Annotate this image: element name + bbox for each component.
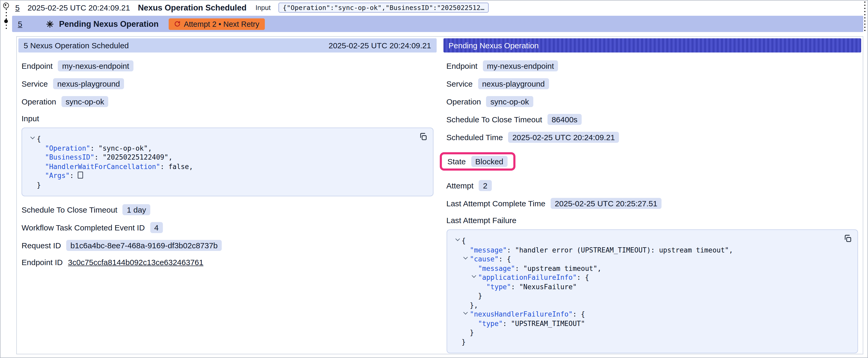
pending-operation-row[interactable]: 5 Pending Nexus Operation Attempt 2 • Ne… [12,16,863,32]
field-label: Endpoint ID [22,258,63,267]
field-label: State [447,157,466,166]
highlight-annotation-state: State Blocked [439,152,516,171]
collapse-chevron-icon[interactable] [454,242,462,243]
field-value-badge: sync-op-ok [61,96,108,107]
field-row: Operation sync-op-ok [446,96,858,107]
copy-icon[interactable] [843,234,852,243]
field-label: Service [22,79,48,88]
field-label: Operation [446,97,481,106]
collapse-chevron-icon [462,306,470,307]
field-value-badge: 2 [479,180,492,191]
json-line: "Args": [29,171,425,180]
empty-array-icon [78,172,83,178]
left-panel-timestamp: 2025-02-25 UTC 20:24:09.21 [329,41,431,50]
collapse-chevron-icon [37,149,45,151]
field-value-badge: my-nexus-endpoint [483,60,558,71]
field-row: Service nexus-playground [446,78,858,89]
field-row: Scheduled Time 2025-02-25 UTC 20:24:09.2… [446,132,858,143]
copy-icon[interactable] [418,132,428,141]
json-line: "message": "upstream timeout", [454,264,850,273]
collapse-chevron-icon[interactable] [462,260,470,261]
json-line: { [29,134,425,143]
field-label: Request ID [22,241,61,250]
json-line: } [454,291,850,300]
attempt-retry-label: Attempt 2 • Next Retry [184,20,259,28]
json-line: "cause": { [454,255,850,264]
left-panel-title: 5 Nexus Operation Scheduled [24,41,129,50]
collapse-chevron-icon [37,168,45,169]
field-row: Service nexus-playground [22,78,433,89]
timeline-dot [4,20,8,23]
left-panel-header: 5 Nexus Operation Scheduled 2025-02-25 U… [19,38,436,53]
json-line: }, [454,300,850,310]
failure-section-label: Last Attempt Failure [446,216,858,225]
endpoint-id-row: Endpoint ID 3c0c75ccfa8144b092c13ce63246… [22,258,433,267]
json-line: } [454,337,850,347]
event-detail-card: 5 Nexus Operation Scheduled 2025-02-25 U… [16,36,863,354]
json-code[interactable]: { "message": "handler error (UPSTREAM_TI… [454,236,850,347]
collapse-chevron-icon[interactable] [462,316,470,317]
field-row: Schedule To Close Timeout 1 day [22,204,433,215]
json-line: "HandlerWaitForCancellation": false, [29,162,425,171]
field-label: Endpoint [22,61,53,70]
event-input-preview[interactable]: {"Operation":"sync-op-ok","BusinessID":"… [278,3,489,12]
field-row: Attempt 2 [446,180,858,191]
collapse-chevron-icon [37,177,45,178]
collapse-chevron-icon [462,251,470,252]
collapse-chevron-icon[interactable] [29,140,37,141]
right-dotted-line [864,2,865,31]
field-label: Attempt [446,181,473,190]
event-id-link[interactable]: 5 [15,3,20,12]
right-panel-title: Pending Nexus Operation [448,41,539,50]
event-summary-row[interactable]: 5 2025-02-25 UTC 20:24:09.21 Nexus Opera… [15,1,853,15]
scheduled-event-panel: 5 Nexus Operation Scheduled 2025-02-25 U… [19,38,436,273]
collapse-chevron-icon [462,334,470,335]
json-line: "type": "UPSTREAM_TIMEOUT" [454,319,850,328]
field-label: Schedule To Close Timeout [446,115,542,124]
collapse-chevron-icon[interactable] [471,279,478,280]
field-value-badge: nexus-playground [53,78,124,89]
field-row: Schedule To Close Timeout 86400s [446,114,858,125]
json-line: "Operation": "sync-op-ok", [29,143,425,153]
field-row: Endpoint my-nexus-endpoint [446,60,858,71]
collapse-chevron-icon [471,297,478,298]
json-line: } [29,180,425,190]
json-line: "nexusHandlerFailureInfo": { [454,310,850,319]
state-row: State Blocked [446,150,858,173]
collapse-chevron-icon [479,288,486,289]
field-value-badge: sync-op-ok [486,96,533,107]
field-label: Service [446,79,473,88]
json-code[interactable]: { "Operation": "sync-op-ok", "BusinessID… [29,134,425,190]
field-row: Endpoint my-nexus-endpoint [22,60,433,71]
failure-json-block: { "message": "handler error (UPSTREAM_TI… [446,229,858,353]
json-line: } [454,328,850,337]
event-history-screen: 5 2025-02-25 UTC 20:24:09.21 Nexus Opera… [0,0,868,358]
field-row: Workflow Task Completed Event ID 4 [22,222,433,233]
event-timestamp: 2025-02-25 UTC 20:24:09.21 [28,3,130,12]
json-line: "type": "NexusFailure" [454,282,850,291]
right-panel-header: Pending Nexus Operation [443,38,861,53]
field-label: Schedule To Close Timeout [22,205,118,214]
field-label: Operation [22,97,56,106]
endpoint-id-link[interactable]: 3c0c75ccfa8144b092c13ce632463761 [68,258,203,267]
json-line: { [454,236,850,246]
field-value-badge: my-nexus-endpoint [58,60,133,71]
collapse-chevron-icon [454,343,462,344]
event-title: Nexus Operation Scheduled [138,3,246,12]
state-badge: Blocked [471,156,507,167]
json-line: "message": "handler error (UPSTREAM_TIME… [454,246,850,255]
input-json-block: { "Operation": "sync-op-ok", "BusinessID… [22,128,433,196]
field-label: Scheduled Time [446,133,503,142]
pending-title: Pending Nexus Operation [59,19,159,29]
field-row: Operation sync-op-ok [22,96,433,107]
json-line: "applicationFailureInfo": { [454,273,850,282]
field-label: Endpoint [446,61,477,70]
attempt-retry-badge[interactable]: Attempt 2 • Next Retry [169,18,265,30]
pending-id-link[interactable]: 5 [18,20,22,28]
field-value-badge: b1c6a4bc-8ee7-468a-9169-df3b02c8737b [66,240,222,251]
timeline-start-icon [3,3,9,8]
field-value-badge: 2025-02-25 UTC 20:24:09.21 [508,132,619,143]
field-label: Last Attempt Complete Time [446,199,546,208]
retry-icon [174,21,181,27]
field-row: Request ID b1c6a4bc-8ee7-468a-9169-df3b0… [22,240,433,251]
